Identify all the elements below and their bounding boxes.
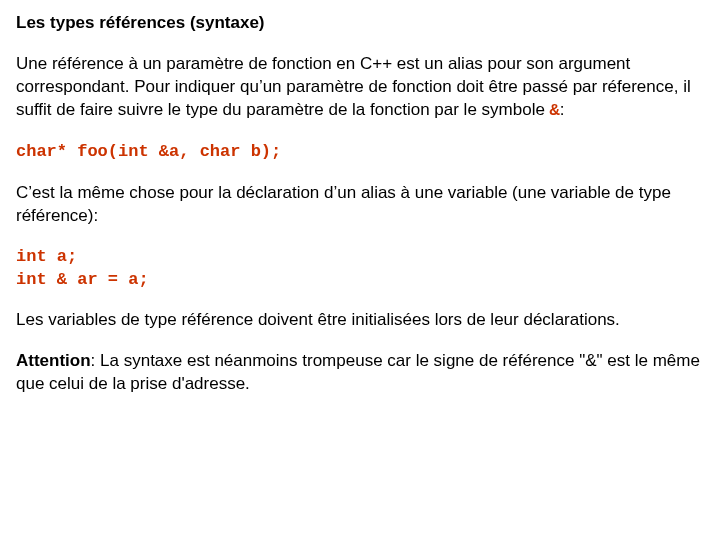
paragraph-alias: C’est la même chose pour la déclaration … — [16, 182, 704, 228]
code-block-foo: char* foo(int &a, char b); — [16, 141, 704, 164]
code-block-int-ref: int a; int & ar = a; — [16, 246, 704, 292]
para1-text-a: Une référence à un paramètre de fonction… — [16, 54, 691, 119]
paragraph-attention: Attention: La syntaxe est néanmoins trom… — [16, 350, 704, 396]
paragraph-init: Les variables de type référence doivent … — [16, 309, 704, 332]
ampersand-symbol: & — [550, 101, 560, 120]
attention-label: Attention — [16, 351, 91, 370]
page-title: Les types références (syntaxe) — [16, 12, 704, 35]
attention-text: : La syntaxe est néanmoins trompeuse car… — [16, 351, 700, 393]
paragraph-intro: Une référence à un paramètre de fonction… — [16, 53, 704, 123]
para1-text-b: : — [560, 100, 565, 119]
